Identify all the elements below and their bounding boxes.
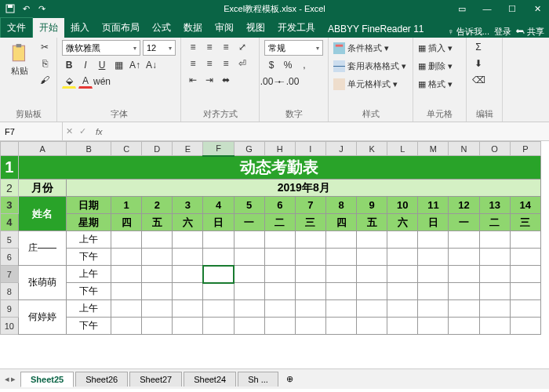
cut-icon[interactable]: ✂ [38,40,52,54]
shrink-font-icon[interactable]: A↓ [144,58,158,72]
row-header[interactable]: 10 [1,318,19,335]
redo-icon[interactable]: ↷ [36,3,47,14]
svg-rect-2 [13,45,24,61]
underline-button[interactable]: U [95,58,109,72]
table-format-button[interactable]: 套用表格格式 ▾ [333,58,406,74]
tab-layout[interactable]: 页面布局 [96,18,146,38]
column-headers[interactable]: ABCDEFGHIJKLMNOP [1,142,541,156]
window-title: Excel教程模板.xlsx - Excel [224,3,325,15]
share[interactable]: ⮪ 共享 [516,26,544,38]
dec-dec-icon[interactable]: ←.00 [281,74,295,89]
copy-icon[interactable]: ⎘ [38,56,52,71]
tab-formula[interactable]: 公式 [146,18,177,38]
row-header[interactable]: 7 [1,266,19,283]
grow-font-icon[interactable]: A↑ [128,58,142,72]
paste-button[interactable]: 粘贴 [5,40,35,77]
formula-bar: F7 ✕ ✓ fx [0,122,549,141]
ribbon-opts-icon[interactable]: ▭ [450,0,474,17]
tab-data[interactable]: 数据 [177,18,209,38]
row-header[interactable]: 3 [1,197,19,214]
number-format-combo[interactable]: 常规▾ [264,40,323,56]
grid[interactable]: ABCDEFGHIJKLMNOP 1动态考勤表 2月份2019年8月 3姓名日期… [0,141,549,368]
sheet-tab[interactable]: Sheet24 [184,372,236,387]
svg-rect-5 [336,44,343,46]
formula-input[interactable] [109,122,549,140]
row-header[interactable]: 8 [1,283,19,300]
group-number: 常规▾ $ % , .00→ ←.00 数字 [260,38,329,122]
active-cell[interactable] [203,266,234,283]
group-cells: ▦ 插入 ▾ ▦ 删除 ▾ ▦ 格式 ▾ 单元格 [413,38,467,122]
fill-icon[interactable]: ⬇ [471,56,485,71]
wrap-icon[interactable]: ⏎ [235,56,249,71]
row-header[interactable]: 5 [1,231,19,249]
name-box[interactable]: F7 [0,122,63,140]
row-header[interactable]: 9 [1,300,19,318]
tab-review[interactable]: 审阅 [209,18,240,38]
tab-abbyy[interactable]: ABBYY FineReader 11 [322,20,431,38]
align-mid-icon[interactable]: ≡ [202,40,216,54]
svg-rect-1 [8,5,13,8]
bold-button[interactable]: B [62,58,76,72]
row-header[interactable]: 6 [1,249,19,266]
svg-rect-8 [333,78,345,90]
comma-icon[interactable]: , [297,58,311,72]
autosum-icon[interactable]: Σ [471,40,485,54]
align-center-icon[interactable]: ≡ [202,56,216,71]
sheet-tab[interactable]: Sheet27 [129,372,182,387]
row-header[interactable]: 2 [1,180,19,197]
sheet-nav-next-icon[interactable]: ▸ [11,374,16,384]
clear-icon[interactable]: ⌫ [471,73,485,87]
enter-icon[interactable]: ✓ [76,126,89,136]
cancel-icon[interactable]: ✕ [63,126,76,136]
minimize-icon[interactable]: — [475,0,499,17]
row-header[interactable]: 1 [1,156,19,180]
sheet-tab[interactable]: Sh ... [238,372,278,387]
maximize-icon[interactable]: ☐ [500,0,524,17]
align-left-icon[interactable]: ≡ [186,56,200,71]
align-right-icon[interactable]: ≡ [219,56,233,71]
delete-cells-button[interactable]: ▦ 删除 ▾ [418,58,453,74]
row-header[interactable]: 4 [1,214,19,231]
align-top-icon[interactable]: ≡ [186,40,200,54]
fx-icon[interactable]: fx [89,127,109,136]
orient-icon[interactable]: ⤢ [235,40,249,54]
tab-home[interactable]: 开始 [33,18,64,38]
new-sheet-icon[interactable]: ⊕ [280,374,300,384]
percent-icon[interactable]: % [281,58,295,72]
phonetic-icon[interactable]: wén [95,74,109,89]
font-color-icon[interactable]: A [78,74,93,89]
tab-insert[interactable]: 插入 [64,18,96,38]
ribbon-tabs: 文件 开始 插入 页面布局 公式 数据 审阅 视图 开发工具 ABBYY Fin… [0,17,549,38]
insert-cells-button[interactable]: ▦ 插入 ▾ [418,40,453,56]
format-cells-button[interactable]: ▦ 格式 ▾ [418,76,453,92]
month-value: 2019年8月 [67,180,541,197]
font-name-combo[interactable]: 微软雅黑▾ [62,40,140,56]
align-bot-icon[interactable]: ≡ [219,40,233,54]
tab-file[interactable]: 文件 [0,17,33,38]
merge-icon[interactable]: ⬌ [219,73,233,87]
indent-inc-icon[interactable]: ⇥ [202,73,216,87]
border-icon[interactable]: ▦ [111,58,125,72]
sheet-tab[interactable]: Sheet26 [75,372,128,387]
fill-color-icon[interactable]: ⬙ [62,74,76,89]
tab-dev[interactable]: 开发工具 [271,18,322,38]
svg-rect-3 [16,44,22,47]
login[interactable]: 登录 [494,26,511,38]
tab-view[interactable]: 视图 [240,18,271,38]
svg-rect-4 [333,42,345,54]
group-styles: 条件格式 ▾ 套用表格格式 ▾ 单元格样式 ▾ 样式 [329,38,413,122]
title-bar: ↶ ↷ Excel教程模板.xlsx - Excel ▭ — ☐ ✕ [0,0,549,17]
cond-format-button[interactable]: 条件格式 ▾ [333,40,406,56]
painter-icon[interactable]: 🖌 [38,73,52,87]
cell-style-button[interactable]: 单元格样式 ▾ [333,76,406,92]
sheet-tab[interactable]: Sheet25 [20,372,74,387]
indent-dec-icon[interactable]: ⇤ [186,73,200,87]
font-size-combo[interactable]: 12▾ [143,40,176,56]
save-icon[interactable] [5,3,16,14]
sheet-nav-prev-icon[interactable]: ◂ [5,374,9,384]
italic-button[interactable]: I [78,58,93,72]
currency-icon[interactable]: $ [264,58,278,72]
close-icon[interactable]: ✕ [525,0,549,17]
tell-me[interactable]: ♀ 告诉我... [447,26,489,38]
undo-icon[interactable]: ↶ [20,3,31,14]
